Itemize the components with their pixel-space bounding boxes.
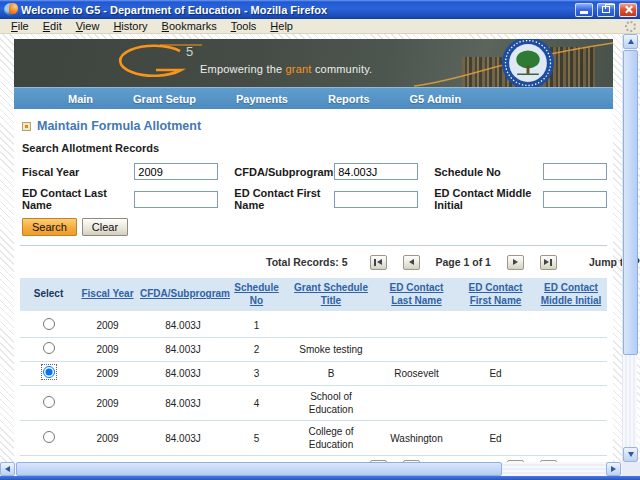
cell-fiscal-year: 2009 <box>77 362 138 386</box>
table-row: 2009 84.003J 5 College of Education Wash… <box>20 421 607 456</box>
cell-cfda: 84.003J <box>138 362 228 386</box>
column-header-grant-schedule-title[interactable]: Grant Schedule Title <box>294 282 368 306</box>
row-select-radio[interactable] <box>43 342 55 354</box>
cfda-subprogram-input[interactable] <box>334 163 418 180</box>
next-page-button[interactable] <box>507 255 524 270</box>
first-page-icon <box>374 259 376 266</box>
first-page-button[interactable] <box>370 255 387 270</box>
column-header-ed-contact-last-name[interactable]: ED Contact Last Name <box>390 282 444 306</box>
ed-contact-first-name-input[interactable] <box>334 191 418 208</box>
menu-edit[interactable]: Edit <box>36 20 69 32</box>
restore-button[interactable] <box>597 3 615 17</box>
column-header-schedule-no[interactable]: Schedule No <box>234 282 278 306</box>
column-header-ed-contact-first-name[interactable]: ED Contact First Name <box>469 282 523 306</box>
cell-middle-initial <box>535 421 607 456</box>
firefox-icon <box>4 3 17 16</box>
scroll-right-icon <box>611 466 616 472</box>
cell-schedule-no: 1 <box>228 313 285 338</box>
fiscal-year-input[interactable] <box>134 163 218 180</box>
cell-schedule-no: 4 <box>228 386 285 421</box>
scroll-up-button[interactable] <box>623 34 638 49</box>
scroll-left-button[interactable] <box>0 462 15 476</box>
cell-schedule-no: 2 <box>228 338 285 362</box>
column-header-fiscal-year[interactable]: Fiscal Year <box>81 288 133 299</box>
row-select-radio[interactable] <box>43 396 55 408</box>
menu-history[interactable]: History <box>106 20 154 32</box>
cell-first-name: Ed <box>456 362 535 386</box>
close-button[interactable] <box>619 3 637 17</box>
close-icon <box>624 5 633 14</box>
cell-last-name <box>377 338 456 362</box>
vertical-scrollbar[interactable] <box>622 34 637 462</box>
title-bar: Welcome to G5 - Department of Education … <box>0 0 640 19</box>
schedule-no-label: Schedule No <box>434 166 543 178</box>
nav-item-reports[interactable]: Reports <box>308 93 390 105</box>
cell-cfda: 84.003J <box>138 313 228 338</box>
search-button[interactable]: Search <box>22 218 77 236</box>
prev-page-icon <box>409 259 414 265</box>
next-page-icon <box>513 259 518 265</box>
cell-title <box>285 313 377 338</box>
menu-file[interactable]: File <box>4 20 36 32</box>
search-form-row-2: ED Contact Last Name ED Contact First Na… <box>22 187 607 211</box>
last-page-button[interactable] <box>540 255 557 270</box>
table-row: 2009 84.003J 2 Smoke testing <box>20 338 607 362</box>
vertical-scrollbar-thumb[interactable] <box>623 50 638 355</box>
row-select-radio[interactable] <box>43 366 55 378</box>
page-content: 5 Empowering the grant community. Main G… <box>14 39 613 462</box>
schedule-no-input[interactable] <box>543 163 607 180</box>
cell-fiscal-year: 2009 <box>77 338 138 362</box>
nav-item-g5-admin[interactable]: G5 Admin <box>390 93 482 105</box>
cell-title: College of Education <box>285 421 377 456</box>
scroll-down-button[interactable] <box>623 447 638 462</box>
row-select-radio[interactable] <box>43 318 55 330</box>
nav-item-main[interactable]: Main <box>48 93 113 105</box>
main-nav: Main Grant Setup Payments Reports G5 Adm… <box>14 87 613 109</box>
ed-contact-middle-initial-input[interactable] <box>543 191 607 208</box>
cell-schedule-no: 3 <box>228 362 285 386</box>
cell-cfda: 84.003J <box>138 421 228 456</box>
cell-first-name <box>456 386 535 421</box>
row-select-radio[interactable] <box>43 431 55 443</box>
cell-first-name: Ed <box>456 421 535 456</box>
scroll-right-button[interactable] <box>606 462 621 476</box>
cell-title: Smoke testing <box>285 338 377 362</box>
cell-cfda: 84.003J <box>138 386 228 421</box>
clear-button[interactable]: Clear <box>82 218 128 236</box>
nav-item-payments[interactable]: Payments <box>216 93 308 105</box>
tagline-prefix: Empowering the <box>200 63 286 75</box>
page-title: Maintain Formula Allotment <box>37 119 201 133</box>
horizontal-scrollbar-thumb[interactable] <box>16 462 502 476</box>
menu-bar: File Edit View History Bookmarks Tools H… <box>0 19 640 34</box>
search-form-row-1: Fiscal Year CFDA/Subprogram Schedule No <box>22 163 607 180</box>
menu-help[interactable]: Help <box>263 20 300 32</box>
minimize-icon <box>580 11 588 14</box>
cell-last-name <box>377 313 456 338</box>
prev-page-button[interactable] <box>403 255 420 270</box>
g5-banner: 5 Empowering the grant community. <box>14 39 613 87</box>
tagline-suffix: community. <box>312 63 373 75</box>
menu-bookmarks[interactable]: Bookmarks <box>155 20 224 32</box>
cell-title: School of Education <box>285 386 377 421</box>
table-header-row: Select Fiscal Year CFDA/Subprogram Sched… <box>20 278 607 313</box>
column-header-cfda-subprogram[interactable]: CFDA/Subprogram <box>140 288 230 299</box>
menu-tools[interactable]: Tools <box>224 20 264 32</box>
scroll-up-icon <box>628 39 634 44</box>
horizontal-scrollbar[interactable] <box>0 462 640 476</box>
divider <box>20 245 607 246</box>
ed-contact-last-name-input[interactable] <box>134 191 218 208</box>
table-row: 2009 84.003J 3 B Roosevelt Ed <box>20 362 607 386</box>
allotment-results-table: Select Fiscal Year CFDA/Subprogram Sched… <box>20 278 607 456</box>
minimize-button[interactable] <box>575 3 593 17</box>
cell-schedule-no: 5 <box>228 421 285 456</box>
menu-view[interactable]: View <box>69 20 107 32</box>
cfda-subprogram-label: CFDA/Subprogram <box>234 166 334 178</box>
cell-middle-initial <box>535 386 607 421</box>
window-bottom-border <box>0 476 640 480</box>
ed-contact-first-name-label: ED Contact First Name <box>234 187 334 211</box>
g5-logo-5: 5 <box>186 44 193 59</box>
scroll-down-icon <box>628 452 634 457</box>
nav-item-grant-setup[interactable]: Grant Setup <box>113 93 216 105</box>
column-header-ed-contact-middle-initial[interactable]: ED Contact Middle Initial <box>541 282 602 306</box>
last-page-icon <box>544 259 549 265</box>
